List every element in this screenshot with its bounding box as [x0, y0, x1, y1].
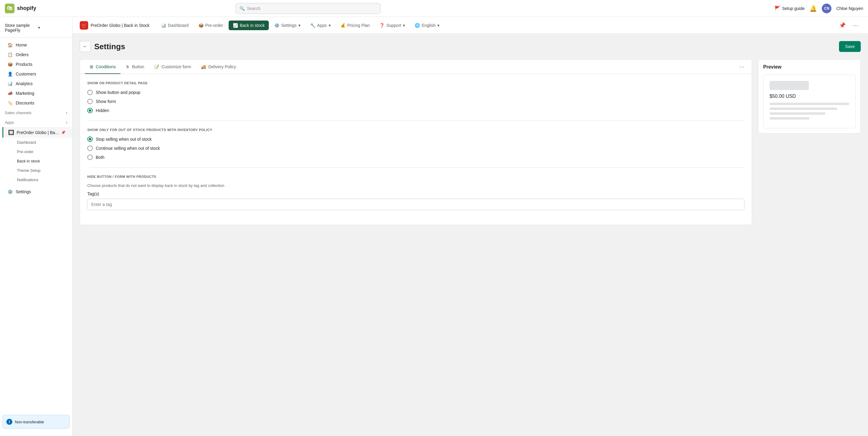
topbar-right: 🚩 Setup guide 🔔 CN Chloe Nguyen — [774, 4, 863, 13]
tab-more-button[interactable]: ⋯ — [737, 61, 747, 72]
sidebar-sub-notifications[interactable]: Notifications — [12, 175, 70, 185]
app-nav-settings[interactable]: ⚙️ Settings ▾ — [270, 21, 305, 30]
dashboard-nav-label: Dashboard — [168, 23, 189, 28]
sidebar-sub-dashboard[interactable]: Dashboard — [12, 138, 70, 147]
app-name-label: PreOrder Globo | Ba... — [17, 130, 59, 135]
settings-nav-icon: ⚙️ — [274, 23, 279, 28]
english-nav-label: English — [422, 23, 435, 28]
radio-show-button-popup[interactable]: Show button and popup — [87, 90, 744, 95]
app-logo-text: 🛒 — [82, 23, 87, 28]
apps-chevron-icon: ▾ — [329, 23, 331, 28]
app-nav-preorder[interactable]: 📦 Pre-order — [194, 21, 227, 30]
search-bar[interactable]: 🔍 Search — [236, 3, 380, 14]
apps-nav-label: Apps — [317, 23, 327, 28]
radio-stop-selling[interactable]: Stop selling when out of stock — [87, 136, 744, 142]
preview-line-3 — [770, 112, 826, 115]
backinstock-nav-icon: 📈 — [233, 23, 238, 28]
more-options-button[interactable]: ⋯ — [850, 21, 861, 30]
shopify-bag-icon: 🛍 — [5, 4, 14, 13]
page-content: ← Settings Save ⊞ Conditions 🖱 Bu — [72, 34, 868, 232]
customize-form-tab-label: Customize form — [162, 64, 191, 69]
pin-icon: 📌 — [61, 130, 65, 135]
conditions-tab-label: Conditions — [96, 64, 116, 69]
sidebar: Store sample PageFly ▼ 🏠 Home 📋 Orders 📦… — [0, 17, 72, 436]
preview-line-2 — [770, 107, 837, 110]
app-nav-support[interactable]: ❓ Support ▾ — [375, 21, 409, 30]
radio-both[interactable]: Both — [87, 155, 744, 160]
show-only-out-of-stock-section: SHOW ONLY FOR OUT OF STOCK PRODUCTS WITH… — [87, 128, 744, 160]
sidebar-item-discounts[interactable]: 🏷️ Discounts — [2, 98, 70, 108]
sidebar-item-marketing[interactable]: 📣 Marketing — [2, 89, 70, 98]
radio-show-button-popup-circle — [87, 90, 93, 95]
sidebar-home-label: Home — [16, 42, 27, 48]
settings-chevron-icon: ▾ — [299, 23, 301, 28]
app-header-right: 📌 ⋯ — [837, 21, 861, 30]
delivery-tab-icon: 🚚 — [201, 64, 206, 69]
sidebar-sub-backinstock[interactable]: Back in stock — [12, 156, 70, 166]
sub-preorder-label: Pre-order — [17, 150, 33, 154]
store-selector[interactable]: Store sample PageFly ▼ — [0, 21, 72, 38]
sidebar-products-label: Products — [16, 62, 32, 67]
store-selector-chevron-icon: ▼ — [37, 26, 68, 30]
hide-button-description: Choose products that do not want to disp… — [87, 183, 744, 188]
button-tab-label: Button — [132, 64, 144, 69]
save-button[interactable]: Save — [839, 41, 861, 52]
delivery-tab-label: Delivery Policy — [208, 64, 236, 69]
preview-image-placeholder — [770, 81, 809, 90]
tab-button[interactable]: 🖱 Button — [121, 60, 149, 74]
apps-nav-icon: 🔧 — [310, 23, 315, 28]
dashboard-nav-icon: 📊 — [161, 23, 166, 28]
sidebar-sub-preorder[interactable]: Pre-order — [12, 147, 70, 156]
sidebar-sub-themesetup[interactable]: Theme Setup — [12, 166, 70, 175]
sidebar-item-home[interactable]: 🏠 Home — [2, 40, 70, 50]
app-nav-dashboard[interactable]: 📊 Dashboard — [157, 21, 193, 30]
tab-conditions[interactable]: ⊞ Conditions — [85, 60, 121, 74]
sidebar-item-orders[interactable]: 📋 Orders — [2, 50, 70, 60]
support-chevron-icon: ▾ — [403, 23, 405, 28]
radio-continue-selling[interactable]: Continue selling when out of stock — [87, 146, 744, 151]
pin-button[interactable]: 📌 — [837, 21, 848, 30]
sidebar-item-customers[interactable]: 👤 Customers — [2, 69, 70, 79]
back-button[interactable]: ← — [80, 41, 91, 52]
tab-customize-form[interactable]: 📝 Customize form — [149, 60, 196, 74]
settings-panel: ⊞ Conditions 🖱 Button 📝 Customize form — [80, 59, 752, 225]
setup-guide-button[interactable]: 🚩 Setup guide — [774, 5, 805, 11]
sidebar-item-products[interactable]: 📦 Products — [2, 60, 70, 69]
preorder-nav-label: Pre-order — [205, 23, 223, 28]
app-nav-apps[interactable]: 🔧 Apps ▾ — [306, 21, 335, 30]
tag-input[interactable] — [87, 199, 744, 210]
sidebar-item-analytics[interactable]: 📊 Analytics — [2, 79, 70, 89]
products-icon: 📦 — [7, 62, 13, 67]
sales-channels-chevron-icon: › — [66, 110, 67, 115]
radio-both-circle — [87, 155, 93, 160]
sub-backinstock-label: Back in stock — [17, 159, 40, 163]
show-on-product-title: SHOW ON PRODUCT DETAIL PAGE — [87, 81, 744, 85]
notification-bell-icon[interactable]: 🔔 — [809, 5, 817, 12]
marketing-icon: 📣 — [7, 91, 13, 96]
tab-delivery-policy[interactable]: 🚚 Delivery Policy — [196, 60, 241, 74]
preview-panel: Preview $50.00 USD — [758, 59, 861, 133]
app-nav-english[interactable]: 🌐 English ▾ — [410, 21, 444, 30]
sidebar-item-settings[interactable]: ⚙️ Settings — [2, 187, 70, 196]
sales-channels-section[interactable]: Sales channels › — [0, 108, 72, 118]
main-content: 🛒 PreOrder Globo | Back in Stock 📊 Dashb… — [72, 17, 868, 436]
apps-section[interactable]: Apps › — [0, 118, 72, 127]
divider-2 — [87, 167, 744, 167]
radio-hidden-label: Hidden — [96, 108, 109, 113]
app-logo: 🛒 — [80, 21, 88, 30]
app-nav-pricing[interactable]: 💰 Pricing Plan — [336, 21, 374, 30]
app-nav: 📊 Dashboard 📦 Pre-order 📈 Back in stock … — [157, 21, 444, 30]
sales-channels-label: Sales channels — [5, 111, 31, 115]
radio-hidden[interactable]: Hidden — [87, 108, 744, 113]
radio-show-form[interactable]: Show form — [87, 99, 744, 104]
support-nav-label: Support — [386, 23, 401, 28]
store-name: Store sample PageFly — [5, 23, 35, 33]
search-icon: 🔍 — [240, 6, 245, 11]
pricing-nav-label: Pricing Plan — [347, 23, 370, 28]
conditions-tab-icon: ⊞ — [90, 64, 93, 69]
tag-label: Tag(s) — [87, 191, 744, 196]
preorder-nav-icon: 📦 — [198, 23, 204, 28]
sub-dashboard-label: Dashboard — [17, 140, 36, 145]
app-nav-backinstock[interactable]: 📈 Back in stock — [229, 21, 269, 30]
sidebar-app-item[interactable]: 🔲 PreOrder Globo | Ba... 📌 — [2, 127, 72, 138]
